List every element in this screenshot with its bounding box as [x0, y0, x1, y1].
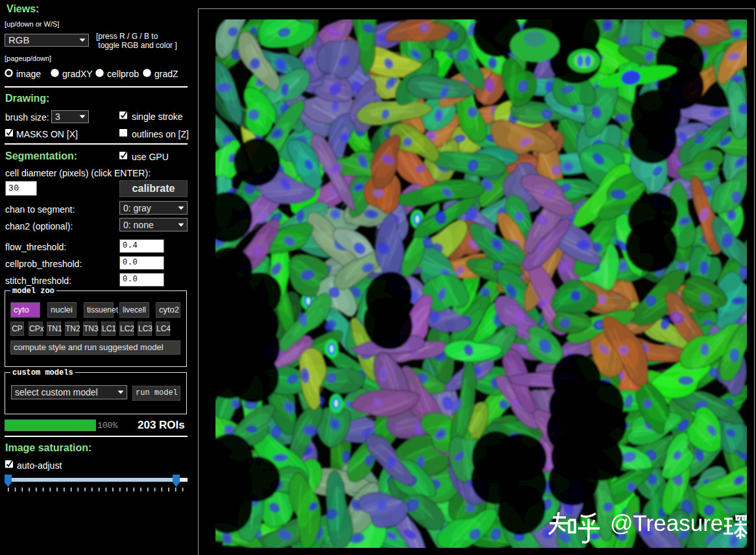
- svg-text:@Treasure: @Treasure: [610, 510, 723, 536]
